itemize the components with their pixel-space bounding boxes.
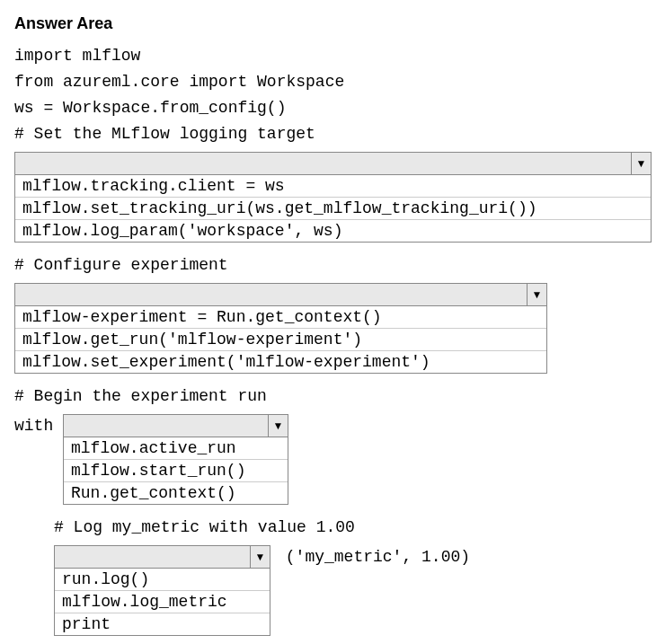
dropdown-begin-run[interactable]: ▼ mlflow.active_run mlflow.start_run() R… [63, 414, 288, 505]
dropdown-option[interactable]: mlflow.log_param('workspace', ws) [15, 220, 651, 242]
dropdown-header[interactable]: ▼ [14, 283, 547, 306]
chevron-down-icon[interactable]: ▼ [527, 284, 546, 305]
with-keyword: with [14, 410, 63, 437]
dropdown-option[interactable]: Run.get_context() [64, 482, 288, 504]
comment-set-logging-target: # Set the MLflow logging target [14, 122, 651, 146]
code-line-import-workspace: from azureml.core import Workspace [14, 70, 651, 94]
chevron-down-icon[interactable]: ▼ [250, 546, 270, 568]
dropdown-header[interactable]: ▼ [54, 545, 270, 569]
page-title: Answer Area [14, 14, 651, 33]
log-metric-args: ('my_metric', 1.00) [270, 542, 470, 569]
chevron-down-icon[interactable]: ▼ [631, 153, 651, 174]
comment-begin-run: # Begin the experiment run [14, 384, 651, 409]
dropdown-options-list: mlflow.active_run mlflow.start_run() Run… [63, 437, 288, 505]
dropdown-header[interactable]: ▼ [14, 152, 652, 175]
dropdown-option[interactable]: mlflow.start_run() [64, 460, 288, 482]
dropdown-configure-experiment[interactable]: ▼ mlflow-experiment = Run.get_context() … [14, 283, 547, 374]
comment-log-metric: # Log my_metric with value 1.00 [54, 516, 651, 540]
dropdown-options-list: run.log() mlflow.log_metric print [54, 569, 270, 636]
dropdown-option[interactable]: run.log() [55, 569, 270, 591]
dropdown-option[interactable]: mlflow.set_tracking_uri(ws.get_mlflow_tr… [15, 198, 651, 220]
comment-configure-experiment: # Configure experiment [14, 253, 651, 278]
chevron-down-icon[interactable]: ▼ [268, 415, 288, 437]
dropdown-option[interactable]: mlflow.log_metric [55, 591, 270, 613]
dropdown-option[interactable]: print [55, 613, 270, 635]
dropdown-header[interactable]: ▼ [63, 414, 288, 437]
dropdown-option[interactable]: mlflow.active_run [64, 437, 288, 460]
code-line-ws-config: ws = Workspace.from_config() [14, 96, 651, 120]
dropdown-options-list: mlflow.tracking.client = ws mlflow.set_t… [14, 175, 652, 243]
dropdown-option[interactable]: mlflow-experiment = Run.get_context() [15, 306, 546, 329]
dropdown-option[interactable]: mlflow.set_experiment('mlflow-experiment… [15, 351, 546, 373]
dropdown-logging-target[interactable]: ▼ mlflow.tracking.client = ws mlflow.set… [14, 152, 652, 243]
code-line-import-mlflow: import mlflow [14, 44, 651, 68]
dropdown-option[interactable]: mlflow.get_run('mlflow-experiment') [15, 329, 546, 351]
dropdown-options-list: mlflow-experiment = Run.get_context() ml… [14, 306, 547, 374]
dropdown-log-metric[interactable]: ▼ run.log() mlflow.log_metric print [54, 545, 270, 636]
dropdown-option[interactable]: mlflow.tracking.client = ws [15, 175, 651, 198]
